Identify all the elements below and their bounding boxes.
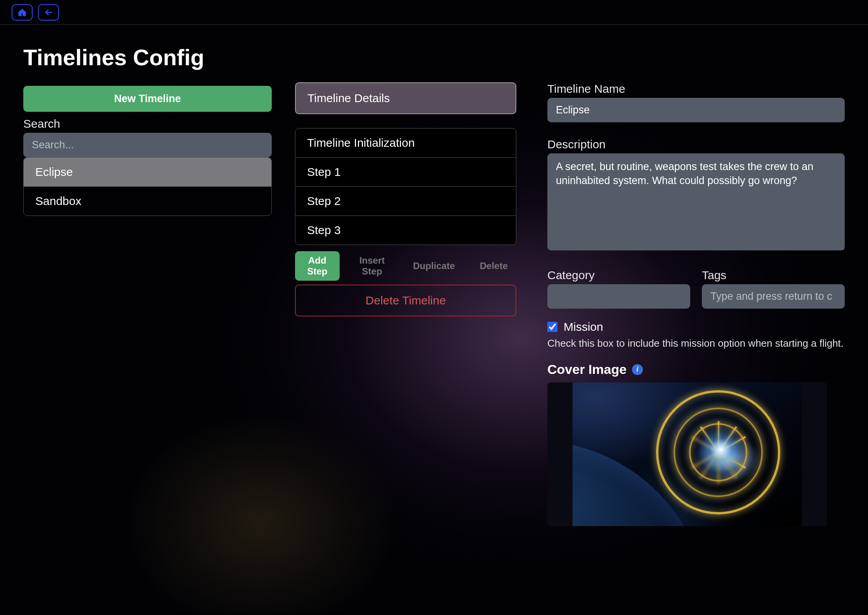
step-actions: Add Step Insert Step Duplicate Delete — [295, 251, 516, 281]
insert-step-button: Insert Step — [347, 251, 397, 281]
info-icon[interactable]: i — [632, 364, 643, 375]
delete-step-button: Delete — [471, 257, 516, 275]
mission-checkbox-row: Mission — [547, 320, 845, 334]
delete-timeline-button[interactable]: Delete Timeline — [295, 285, 516, 316]
search-input[interactable] — [23, 133, 272, 157]
step-item[interactable]: Step 1 — [295, 157, 516, 186]
timeline-item-sandbox[interactable]: Sandbox — [24, 186, 271, 215]
category-label: Category — [547, 269, 690, 282]
topbar — [0, 0, 868, 25]
mission-help-text: Check this box to include this mission o… — [547, 337, 845, 350]
cover-image-preview[interactable] — [547, 382, 827, 526]
duplicate-step-button: Duplicate — [404, 257, 464, 275]
category-input[interactable] — [547, 284, 690, 309]
description-label: Description — [547, 138, 845, 151]
home-button[interactable] — [12, 4, 33, 21]
timeline-list: Eclipse Sandbox — [23, 157, 272, 216]
back-button[interactable] — [38, 4, 59, 21]
step-item[interactable]: Step 3 — [295, 215, 516, 245]
details-form-column: Timeline Name Description Category Tags … — [540, 44, 845, 596]
timeline-name-label: Timeline Name — [547, 82, 845, 96]
new-timeline-button[interactable]: New Timeline — [23, 86, 272, 112]
home-icon — [17, 8, 27, 17]
timeline-details-header[interactable]: Timeline Details — [295, 82, 516, 114]
tags-input[interactable] — [702, 284, 845, 309]
add-step-button[interactable]: Add Step — [295, 251, 340, 281]
mission-checkbox[interactable] — [547, 322, 557, 332]
cover-image-label: Cover Image — [547, 362, 627, 377]
step-item[interactable]: Timeline Initialization — [295, 129, 516, 157]
search-label: Search — [23, 117, 272, 130]
sidebar-column: Timelines Config New Timeline Search Ecl… — [23, 44, 272, 596]
steps-column: Timeline Details Timeline Initialization… — [295, 44, 516, 596]
tags-label: Tags — [702, 269, 845, 282]
step-item[interactable]: Step 2 — [295, 186, 516, 215]
timeline-name-input[interactable] — [547, 98, 845, 122]
description-textarea[interactable] — [547, 153, 845, 250]
page-content: Timelines Config New Timeline Search Ecl… — [0, 25, 868, 615]
mission-label: Mission — [564, 320, 603, 334]
step-list: Timeline Initialization Step 1 Step 2 St… — [295, 128, 516, 245]
back-arrow-icon — [44, 8, 53, 17]
cover-art-illustration — [573, 382, 802, 526]
timeline-item-eclipse[interactable]: Eclipse — [24, 158, 271, 186]
page-title: Timelines Config — [23, 44, 272, 70]
